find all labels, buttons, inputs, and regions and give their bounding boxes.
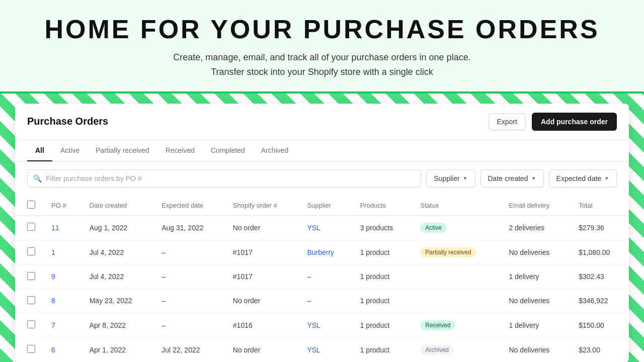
email-delivery-cell: No deliveries bbox=[501, 289, 571, 313]
supplier-cell: YSL bbox=[299, 215, 352, 240]
search-input[interactable] bbox=[27, 169, 421, 188]
email-delivery-cell: 2 deliveries bbox=[501, 215, 571, 240]
table-header-row: PO # Date created Expected date Shopify … bbox=[15, 196, 629, 216]
chevron-down-icon: ▼ bbox=[604, 175, 609, 181]
tab-received[interactable]: Received bbox=[157, 140, 203, 161]
status-cell: Active bbox=[412, 215, 501, 240]
tab-archived[interactable]: Archived bbox=[253, 140, 296, 161]
col-po: PO # bbox=[43, 196, 82, 216]
shopify-order-cell: No order bbox=[225, 337, 299, 362]
shopify-order-cell: #1017 bbox=[225, 264, 299, 289]
row-checkbox[interactable] bbox=[27, 345, 35, 353]
status-cell: Partially received bbox=[412, 240, 501, 264]
email-delivery-cell: No deliveries bbox=[501, 337, 571, 362]
tab-partially-received[interactable]: Partially received bbox=[88, 140, 157, 161]
hero-title: HOME FOR YOUR PURCHASE ORDERS bbox=[20, 14, 624, 44]
status-cell: Archived bbox=[412, 337, 501, 362]
col-email-delivery: Email delivery bbox=[501, 196, 571, 216]
hero-subtitle: Create, manage, email, and track all of … bbox=[20, 50, 624, 79]
supplier-filter-button[interactable]: Supplier ▼ bbox=[426, 169, 475, 188]
select-all-checkbox[interactable] bbox=[27, 201, 35, 209]
chevron-down-icon: ▼ bbox=[531, 175, 536, 181]
table-row: 9 Jul 4, 2022 – #1017 – 1 product 1 deli… bbox=[15, 264, 629, 289]
po-number-link[interactable]: 8 bbox=[51, 297, 55, 305]
row-checkbox[interactable] bbox=[27, 247, 35, 255]
products-cell: 1 product bbox=[352, 240, 413, 264]
date-created-filter-button[interactable]: Date created ▼ bbox=[480, 169, 544, 188]
table-row: 11 Aug 1, 2022 Aug 31, 2022 No order YSL… bbox=[15, 215, 629, 240]
add-purchase-order-button[interactable]: Add purchase order bbox=[532, 113, 617, 131]
export-button[interactable]: Export bbox=[489, 113, 526, 130]
status-cell bbox=[412, 289, 501, 313]
supplier-link[interactable]: Burberry bbox=[307, 248, 334, 256]
col-status: Status bbox=[412, 196, 501, 216]
tab-all[interactable]: All bbox=[27, 140, 52, 161]
email-delivery-cell: 1 delivery bbox=[501, 313, 571, 337]
po-number-link[interactable]: 6 bbox=[51, 346, 55, 354]
date-created-cell: Jul 4, 2022 bbox=[82, 240, 154, 264]
col-expected-date: Expected date bbox=[153, 196, 225, 216]
status-badge: Archived bbox=[420, 345, 454, 355]
supplier-cell: Burberry bbox=[299, 240, 352, 264]
row-checkbox[interactable] bbox=[27, 296, 35, 304]
status-cell bbox=[412, 264, 501, 289]
status-cell: Received bbox=[412, 313, 501, 337]
total-cell: $150.00 bbox=[571, 313, 629, 337]
po-number-link[interactable]: 7 bbox=[51, 321, 55, 329]
date-created-cell: May 23, 2022 bbox=[82, 289, 154, 313]
col-date-created: Date created bbox=[82, 196, 154, 216]
products-cell: 3 products bbox=[352, 215, 413, 240]
status-badge: Partially received bbox=[420, 247, 476, 257]
expected-date-cell: Aug 31, 2022 bbox=[153, 215, 225, 240]
table-row: 1 Jul 4, 2022 – #1017 Burberry 1 product… bbox=[15, 240, 629, 264]
tab-active[interactable]: Active bbox=[52, 140, 88, 161]
date-created-cell: Aug 1, 2022 bbox=[82, 215, 154, 240]
po-number-link[interactable]: 9 bbox=[51, 273, 55, 281]
products-cell: 1 product bbox=[352, 289, 413, 313]
supplier-cell: YSL bbox=[299, 337, 352, 362]
supplier-link[interactable]: YSL bbox=[307, 321, 320, 329]
total-cell: $302.43 bbox=[571, 264, 629, 289]
po-number-link[interactable]: 11 bbox=[51, 224, 59, 232]
supplier-cell: – bbox=[299, 264, 352, 289]
shopify-order-cell: #1016 bbox=[225, 313, 299, 337]
date-created-cell: Apr 1, 2022 bbox=[82, 337, 154, 362]
shopify-order-cell: #1017 bbox=[225, 240, 299, 264]
row-checkbox[interactable] bbox=[27, 320, 35, 328]
card-title: Purchase Orders bbox=[27, 116, 108, 127]
card-header: Purchase Orders Export Add purchase orde… bbox=[15, 104, 629, 140]
expected-date-cell: – bbox=[153, 289, 225, 313]
expected-date-cell: – bbox=[153, 313, 225, 337]
supplier-link[interactable]: YSL bbox=[307, 224, 320, 232]
tab-completed[interactable]: Completed bbox=[203, 140, 253, 161]
products-cell: 1 product bbox=[352, 313, 413, 337]
table-wrap: PO # Date created Expected date Shopify … bbox=[15, 196, 629, 362]
expected-date-cell: – bbox=[153, 264, 225, 289]
expected-date-filter-button[interactable]: Expected date ▼ bbox=[549, 169, 617, 188]
shopify-order-cell: No order bbox=[225, 215, 299, 240]
search-wrap: 🔍 bbox=[27, 169, 421, 188]
chevron-down-icon: ▼ bbox=[463, 175, 468, 181]
products-cell: 1 product bbox=[352, 264, 413, 289]
po-number-link[interactable]: 1 bbox=[51, 248, 55, 256]
total-cell: $346,922 bbox=[571, 289, 629, 313]
table-row: 6 Apr 1, 2022 Jul 22, 2022 No order YSL … bbox=[15, 337, 629, 362]
supplier-cell: – bbox=[299, 289, 352, 313]
purchase-orders-card: Purchase Orders Export Add purchase orde… bbox=[15, 104, 629, 362]
filters-row: 🔍 Supplier ▼ Date created ▼ Expected dat… bbox=[15, 161, 629, 196]
date-created-cell: Jul 4, 2022 bbox=[82, 264, 154, 289]
col-supplier: Supplier bbox=[299, 196, 352, 216]
supplier-link[interactable]: YSL bbox=[307, 346, 320, 354]
expected-date-cell: Jul 22, 2022 bbox=[153, 337, 225, 362]
shopify-order-cell: No order bbox=[225, 289, 299, 313]
header-actions: Export Add purchase order bbox=[489, 113, 617, 131]
status-badge: Active bbox=[420, 223, 447, 233]
total-cell: $1,080.00 bbox=[571, 240, 629, 264]
total-cell: $23.00 bbox=[571, 337, 629, 362]
supplier-cell: YSL bbox=[299, 313, 352, 337]
row-checkbox[interactable] bbox=[27, 272, 35, 280]
total-cell: $279.36 bbox=[571, 215, 629, 240]
status-badge: Received bbox=[420, 320, 455, 330]
row-checkbox[interactable] bbox=[27, 223, 35, 231]
striped-background: Purchase Orders Export Add purchase orde… bbox=[0, 94, 644, 362]
